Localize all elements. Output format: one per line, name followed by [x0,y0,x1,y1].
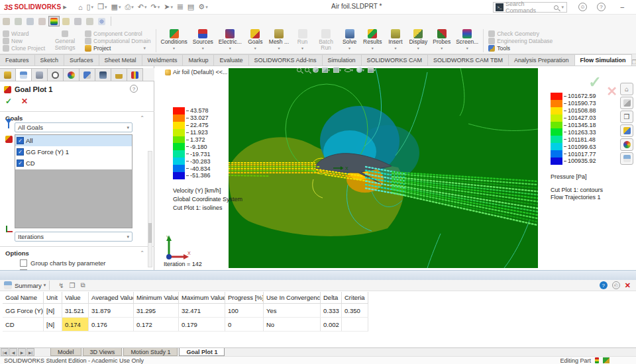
file-properties-icon[interactable]: ▤ [187,3,194,11]
col-use-in-convergence[interactable]: Use In Convergence [264,292,321,304]
dimxpertmanager-tab[interactable] [47,68,64,81]
view-orientation-icon[interactable]: ▾ [322,67,330,73]
appearance-icon[interactable]: ▾ [356,67,364,73]
save-icon[interactable]: ▦▾ [111,3,121,11]
next-tab-icon[interactable]: ▶ [18,348,26,356]
options-gear-icon[interactable]: ⚙▾ [198,3,207,11]
goal-filter-select[interactable]: All Goals▾ [15,122,132,132]
close-panel-icon[interactable]: ✕ [625,281,631,290]
mesh-button[interactable]: Mesh ...▾ [266,28,292,54]
table-row[interactable]: GG Force (Y) 1 [3,304,44,318]
component-control-button[interactable]: Component Control [85,30,150,37]
conditions-button[interactable]: Conditions▾ [158,28,190,54]
run-button[interactable]: Run▾ [292,28,313,54]
abscissa-select[interactable]: Iterations▾ [15,232,132,242]
goal-item-cd[interactable]: ✓CD [15,158,132,169]
search-dropdown-icon[interactable]: ▾ [561,5,564,10]
search-commands-box[interactable]: >_ Search Commands ▾ [493,2,567,13]
screenshot-button[interactable]: Screen...▾ [453,28,481,54]
checkbox-checked-icon[interactable]: ✓ [17,148,24,156]
refresh-goals-icon[interactable]: ↯ [58,282,64,289]
tab-solidworks-cam-tbm[interactable]: SOLIDWORKS CAM TBM [427,54,509,66]
goals-listbox[interactable]: ✓All ✓GG Force (Y) 1 ✓CD [15,134,132,228]
col-unit[interactable]: Unit [44,292,62,304]
help-icon[interactable]: ? [597,3,606,11]
panel-help-icon[interactable]: ? [130,85,138,93]
project-dropdown-icon[interactable]: ▾ [144,46,146,51]
displaymanager-tab[interactable] [63,68,80,81]
panel-settings-icon[interactable]: ◴ [612,281,620,289]
probes-button[interactable]: Probes▾ [430,28,453,54]
copy-icon[interactable]: ❐ [70,282,76,289]
engineering-database-button[interactable]: Engineering Database [488,38,553,44]
section-view-icon[interactable] [313,67,319,73]
zoom-fit-icon[interactable] [297,68,301,72]
open-icon[interactable]: ❒▾ [97,3,107,11]
electrical-button[interactable]: Electric...▾ [216,28,244,54]
ok-button[interactable]: ✓ [5,97,12,106]
general-settings-button[interactable]: General Settings [48,28,82,54]
solve-button[interactable]: Solve▾ [339,28,360,54]
configurationmanager-tab[interactable] [31,68,48,81]
tools-button[interactable]: Tools [488,45,553,52]
tab-solidworks-add-ins[interactable]: SOLIDWORKS Add-Ins [248,54,323,66]
tags-icon[interactable] [603,357,610,363]
tab-sheet-metal[interactable]: Sheet Metal [99,54,142,66]
undo-icon[interactable]: ↶▾ [138,3,147,11]
hide-show-icon[interactable]: ▾ [344,68,353,72]
user-account-icon[interactable]: ☺ [578,3,587,11]
goal-item-gg-force[interactable]: ✓GG Force (Y) 1 [15,146,132,158]
confirmation-ok-icon[interactable]: ✓ [588,73,602,91]
zoom-area-icon[interactable] [305,68,309,72]
panel-scrollbar[interactable] [148,151,152,267]
sources-button[interactable]: Sources▾ [190,28,216,54]
tab-markup[interactable]: Markup [182,54,214,66]
flow-analysis-tree-tab[interactable] [111,68,127,81]
scrollbar-thumb[interactable] [148,223,152,243]
configuration-label[interactable]: Air foil (Default) <<... [165,69,228,75]
goals-button[interactable]: Goals▾ [244,28,266,54]
tab-sketch[interactable]: Sketch [34,54,65,66]
cut-plot-icon[interactable] [25,16,36,26]
home-icon[interactable]: ⌂ [78,3,83,11]
new-document-icon[interactable]: ▯▾ [87,3,94,11]
results-button[interactable]: Results▾ [360,28,384,54]
cancel-button[interactable]: ✕ [21,97,28,106]
open-folder-button[interactable]: ❒ [620,111,633,123]
tab-evaluate[interactable]: Evaluate [213,54,248,66]
col-averaged-value[interactable]: Averaged Value [89,292,134,304]
cam-operation-tab[interactable] [95,68,111,81]
plots-icon[interactable] [1,16,12,26]
tab-model[interactable]: Model [50,348,81,356]
col-minimum-value[interactable]: Minimum Value [134,292,179,304]
panel-splitter[interactable] [0,271,636,280]
col-value[interactable]: Value [62,292,89,304]
tab-motion-study-1[interactable]: Motion Study 1 [123,348,178,356]
first-tab-icon[interactable]: |◀ [1,348,9,356]
col-criteria[interactable]: Criteria [342,292,368,304]
checkbox-empty-icon[interactable] [20,259,27,267]
clone-project-button[interactable]: Clone Project [3,45,45,52]
goal-item-all[interactable]: ✓All [15,135,132,146]
scene-icon[interactable]: ▾ [368,67,376,73]
home-view-button[interactable]: ⌂ [620,83,633,95]
display-style-icon[interactable]: ▾ [333,67,341,73]
col-progress[interactable]: Progress [%] [225,292,264,304]
flow-trajectories-icon[interactable] [72,16,83,26]
summary-dropdown-button[interactable]: Summary▾ [15,282,46,289]
col-maximum-value[interactable]: Maximum Value [179,292,225,304]
tab-analysis-preparation[interactable]: Analysis Preparation [508,54,575,66]
menu-expand-icon[interactable]: ▸ [63,3,67,11]
mesh-display-icon[interactable] [13,16,24,26]
col-goal-name[interactable]: Goal Name [3,292,44,304]
featuremanager-tab[interactable] [0,68,16,81]
appearance-wheel-button[interactable] [620,138,633,151]
tab-surfaces[interactable]: Surfaces [64,54,99,66]
minimize-window-icon[interactable]: – [620,3,624,11]
checkbox-checked-icon[interactable]: ✓ [17,159,24,167]
group-charts-checkbox[interactable]: Group charts by parameter [20,259,106,267]
check-geometry-button[interactable]: Check Geometry [488,30,553,37]
tab-3d-views[interactable]: 3D Views [83,348,123,356]
propertymanager-tab[interactable] [15,68,32,81]
goals-collapse-icon[interactable]: ⌃ [140,115,144,121]
